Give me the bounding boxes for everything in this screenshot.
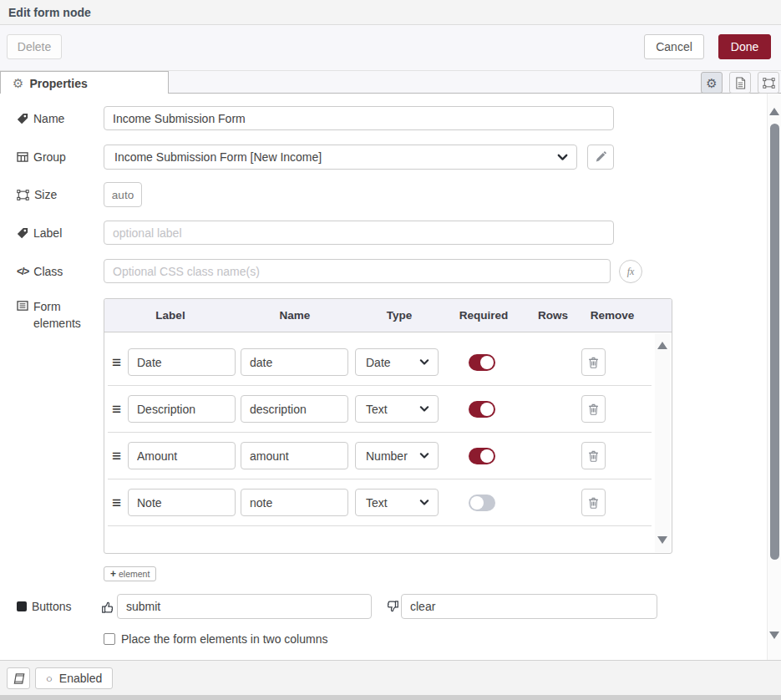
class-field-label: </> Class — [17, 259, 63, 284]
trash-icon — [588, 356, 599, 368]
tag-icon — [17, 113, 28, 124]
dialog-toolbar: Delete Cancel Done — [0, 25, 781, 70]
element-type-value: Text — [366, 496, 388, 510]
panel-scroll-up-arrow[interactable] — [769, 108, 779, 115]
element-type-value: Number — [366, 449, 408, 463]
delete-element-button[interactable] — [581, 348, 606, 376]
dialog-header: Edit form node — [0, 0, 781, 25]
drag-handle-icon[interactable]: ≡ — [112, 494, 121, 512]
node-help-button[interactable] — [7, 667, 30, 689]
circle-icon: ○ — [46, 672, 53, 685]
element-label-input[interactable] — [128, 348, 236, 376]
form-elements-rows: ≡ Date ≡ Text — [104, 332, 672, 554]
expression-button[interactable]: fx — [619, 260, 642, 283]
dialog-footer: ○ Enabled — [0, 660, 781, 695]
label-input[interactable] — [104, 221, 614, 245]
page-edge — [0, 695, 781, 700]
drag-handle-icon[interactable]: ≡ — [112, 400, 121, 418]
drag-handle-icon[interactable]: ≡ — [112, 447, 121, 465]
col-header-label: Label — [155, 299, 185, 332]
chevron-down-icon — [419, 453, 429, 459]
col-header-rows: Rows — [538, 299, 568, 332]
panel-scrollbar-thumb[interactable] — [770, 124, 779, 560]
two-columns-label: Place the form elements in two columns — [121, 632, 327, 646]
element-type-select[interactable]: Date — [355, 348, 439, 376]
col-header-required: Required — [459, 299, 509, 332]
chevron-down-icon — [419, 359, 429, 366]
enabled-label: Enabled — [59, 672, 102, 685]
size-button[interactable]: auto — [104, 182, 142, 207]
trash-icon — [588, 496, 599, 509]
form-elements-table: Label Name Type Required Rows Remove ≡ D… — [104, 298, 672, 554]
thumbs-up-icon — [101, 600, 115, 614]
element-name-input[interactable] — [241, 395, 348, 423]
table-scrollbar[interactable] — [655, 333, 670, 552]
class-input[interactable] — [104, 259, 611, 283]
delete-element-button[interactable] — [581, 395, 606, 423]
delete-button[interactable]: Delete — [7, 34, 62, 59]
name-input[interactable] — [104, 106, 614, 130]
appearance-button[interactable] — [758, 72, 779, 94]
gear-icon: ⚙ — [13, 77, 23, 89]
delete-element-button[interactable] — [581, 489, 606, 516]
enabled-toggle-button[interactable]: ○ Enabled — [35, 667, 113, 689]
element-type-value: Text — [366, 403, 388, 416]
tab-bar: ⚙ Properties ⚙ — [0, 70, 781, 94]
form-elements-field-label: Form elements — [17, 298, 84, 332]
drag-handle-icon[interactable]: ≡ — [112, 353, 121, 372]
element-name-input[interactable] — [241, 348, 348, 376]
label-field-label: Label — [17, 221, 62, 246]
submit-button-label-input[interactable] — [117, 594, 372, 619]
element-name-input[interactable] — [241, 442, 348, 469]
form-elements-table-header: Label Name Type Required Rows Remove — [104, 299, 672, 332]
element-label-input[interactable] — [128, 489, 236, 516]
done-button[interactable]: Done — [718, 34, 771, 59]
tag-icon — [17, 227, 28, 239]
clear-button-label-input[interactable] — [401, 594, 657, 619]
required-toggle[interactable] — [469, 495, 495, 511]
add-element-button[interactable]: + element — [104, 566, 156, 581]
table-scroll-down-arrow[interactable] — [657, 536, 667, 544]
panel-scrollbar[interactable] — [767, 94, 781, 660]
form-element-row: ≡ Date — [108, 339, 652, 386]
description-button[interactable] — [729, 72, 751, 94]
thumbs-down-icon — [385, 600, 399, 614]
two-columns-row: Place the form elements in two columns — [104, 632, 327, 646]
element-label-input[interactable] — [128, 442, 236, 469]
group-select-value: Income Submission Form [New Income] — [114, 150, 322, 164]
element-name-input[interactable] — [241, 489, 348, 516]
edit-group-button[interactable] — [587, 145, 614, 170]
form-element-row: ≡ Text — [108, 386, 652, 433]
element-type-select[interactable]: Text — [355, 489, 439, 516]
panel-scroll-down-arrow[interactable] — [769, 632, 779, 639]
cancel-button[interactable]: Cancel — [644, 34, 704, 59]
group-field-label: Group — [17, 145, 66, 170]
required-toggle[interactable] — [469, 401, 495, 418]
gear-icon: ⚙ — [706, 77, 717, 89]
form-element-row: ≡ Number — [108, 433, 652, 479]
chevron-down-icon — [419, 500, 429, 506]
tab-properties-label: Properties — [29, 77, 87, 90]
required-toggle[interactable] — [469, 354, 495, 371]
properties-panel: Name Group Income Submission Form [New I… — [0, 94, 781, 660]
size-field-label: Size — [17, 182, 57, 207]
element-type-select[interactable]: Text — [355, 395, 439, 423]
element-label-input[interactable] — [128, 395, 236, 423]
object-group-icon — [17, 190, 29, 200]
node-settings-button[interactable]: ⚙ — [701, 72, 723, 94]
tab-properties[interactable]: ⚙ Properties — [0, 71, 169, 94]
name-field-label: Name — [17, 106, 64, 131]
required-toggle[interactable] — [469, 448, 495, 464]
pencil-icon — [595, 151, 606, 163]
trash-icon — [588, 403, 599, 415]
two-columns-checkbox[interactable] — [104, 633, 115, 645]
group-select[interactable]: Income Submission Form [New Income] — [104, 145, 577, 170]
table-scroll-up-arrow[interactable] — [657, 342, 667, 349]
form-element-row: ≡ Text — [108, 479, 652, 526]
book-icon — [13, 672, 25, 685]
chevron-down-icon — [419, 406, 429, 413]
plus-icon: + — [110, 568, 116, 580]
chevron-down-icon — [557, 154, 568, 161]
element-type-select[interactable]: Number — [355, 442, 439, 469]
delete-element-button[interactable] — [581, 442, 606, 469]
